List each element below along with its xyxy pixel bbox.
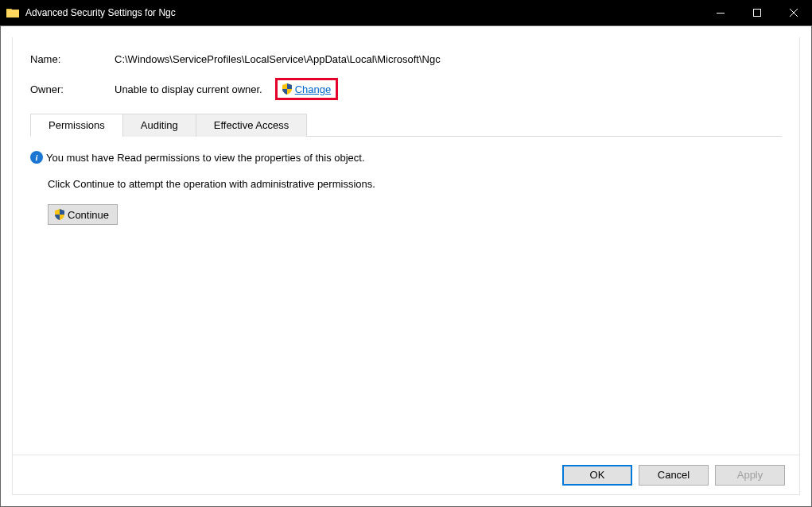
window-body: Name: C:\Windows\ServiceProfiles\LocalSe… — [0, 25, 812, 507]
dialog-footer: OK Cancel Apply — [13, 455, 799, 494]
window-controls — [702, 0, 812, 25]
name-label: Name: — [30, 53, 115, 65]
tab-effective-access[interactable]: Effective Access — [196, 114, 307, 137]
info-message: i You must have Read permissions to view… — [30, 151, 782, 164]
shield-icon — [53, 208, 66, 221]
titlebar: Advanced Security Settings for Ngc — [0, 0, 812, 25]
continue-button[interactable]: Continue — [48, 204, 118, 225]
apply-button[interactable]: Apply — [715, 465, 785, 486]
owner-label: Owner: — [30, 83, 115, 95]
tab-content: i You must have Read permissions to view… — [13, 137, 799, 239]
folder-icon — [6, 7, 19, 18]
owner-value: Unable to display current owner. — [115, 83, 262, 95]
instruction-text: Click Continue to attempt the operation … — [48, 178, 782, 190]
minimize-button[interactable] — [702, 0, 739, 25]
tab-strip: Permissions Auditing Effective Access — [30, 113, 782, 137]
info-icon: i — [30, 151, 43, 164]
close-button[interactable] — [775, 0, 812, 25]
maximize-button[interactable] — [739, 0, 775, 25]
tab-auditing[interactable]: Auditing — [122, 114, 196, 137]
continue-label: Continue — [68, 209, 109, 221]
change-owner-highlight: Change — [275, 78, 339, 100]
change-owner-link[interactable]: Change — [295, 83, 332, 95]
name-value: C:\Windows\ServiceProfiles\LocalService\… — [115, 53, 441, 65]
ok-button[interactable]: OK — [562, 465, 632, 486]
cancel-button[interactable]: Cancel — [639, 465, 709, 486]
info-text: You must have Read permissions to view t… — [46, 152, 365, 164]
shield-icon — [281, 83, 293, 95]
svg-rect-0 — [717, 13, 725, 14]
tab-permissions[interactable]: Permissions — [30, 114, 123, 137]
owner-row: Owner: Unable to display current owner. … — [30, 78, 782, 100]
name-row: Name: C:\Windows\ServiceProfiles\LocalSe… — [30, 53, 782, 65]
window-title: Advanced Security Settings for Ngc — [25, 7, 702, 18]
svg-rect-1 — [754, 10, 761, 17]
